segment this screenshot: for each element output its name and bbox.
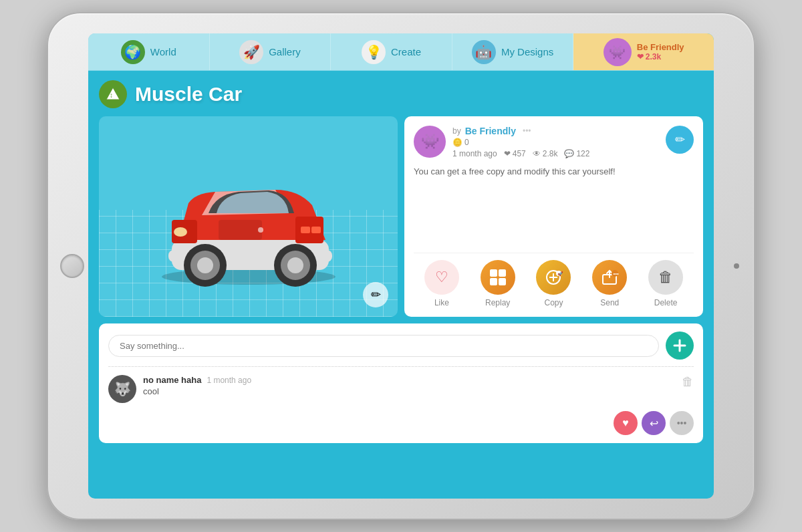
- author-coins: 🪙 0: [452, 138, 659, 147]
- ipad-frame: 🌍 World 🚀 Gallery 💡 Create 🤖 My Designs: [47, 12, 755, 520]
- coin-count: 0: [464, 138, 469, 147]
- comment-delete-button[interactable]: 🗑: [682, 375, 694, 389]
- home-button[interactable]: [60, 254, 84, 278]
- send-icon: •••: [592, 260, 627, 295]
- screen: 🌍 World 🚀 Gallery 💡 Create 🤖 My Designs: [88, 33, 714, 499]
- comment-time: 1 month ago: [207, 376, 251, 385]
- comment-author-name[interactable]: no name haha: [143, 375, 201, 385]
- likes-stat: ❤ 457: [504, 149, 526, 158]
- car-svg-area: [99, 123, 398, 317]
- svg-text:🚀: 🚀: [557, 271, 563, 277]
- send-action[interactable]: ••• Send: [592, 260, 627, 307]
- page-header-icon: ↕: [99, 80, 127, 108]
- nav-befriendly-likes: ❤ 2.3k: [637, 52, 684, 61]
- replay-icon: [481, 260, 515, 295]
- main-content: ↕ Muscle Car: [88, 71, 714, 499]
- coin-icon: 🪙: [452, 138, 462, 147]
- world-icon: 🌍: [121, 40, 145, 64]
- copy-action[interactable]: 🚀 Copy: [536, 260, 571, 307]
- comments-stat: 💬 122: [564, 149, 589, 158]
- svg-rect-4: [301, 227, 310, 233]
- like-action[interactable]: ♡ Like: [424, 260, 459, 307]
- edit-pencil-button[interactable]: ✏: [363, 282, 388, 307]
- delete-label: Delete: [654, 298, 678, 307]
- nav-mydesigns-label: My Designs: [501, 46, 553, 57]
- edit-button[interactable]: ✏: [666, 126, 694, 154]
- delete-action[interactable]: 🗑 Delete: [648, 260, 683, 307]
- info-panel: 👾 by Be Friendly ••• 🪙 0: [404, 116, 703, 317]
- comment-icon: 💬: [564, 149, 574, 158]
- copy-icon: 🚀: [536, 260, 571, 295]
- page-title: Muscle Car: [135, 83, 242, 106]
- eye-icon: 👁: [533, 149, 541, 158]
- action-buttons: ♡ Like: [414, 253, 694, 307]
- car-svg: [135, 146, 362, 293]
- comment-like-button[interactable]: ♥: [614, 411, 638, 435]
- like-icon: ♡: [424, 260, 459, 295]
- nav-world[interactable]: 🌍 World: [88, 33, 210, 70]
- author-row: 👾 by Be Friendly ••• 🪙 0: [414, 126, 694, 158]
- svg-rect-5: [311, 227, 321, 233]
- nav-mydesigns[interactable]: 🤖 My Designs: [452, 33, 574, 70]
- like-label: Like: [434, 298, 449, 307]
- camera: [734, 263, 739, 269]
- profile-icon: 👾: [604, 38, 632, 66]
- bottom-actions: ♥ ↩ •••: [108, 407, 694, 435]
- views-stat: 👁 2.8k: [533, 149, 558, 158]
- nav-world-label: World: [150, 46, 176, 57]
- comment-body: no name haha 1 month ago cool: [143, 375, 675, 396]
- comment-row: 🐺 no name haha 1 month ago cool 🗑: [108, 371, 694, 407]
- comment-reply-button[interactable]: ↩: [642, 411, 666, 435]
- nav-create[interactable]: 💡 Create: [331, 33, 452, 70]
- time-ago: 1 month ago: [452, 149, 497, 158]
- nav-gallery-label: Gallery: [269, 46, 301, 57]
- page-header: ↕ Muscle Car: [99, 80, 703, 108]
- replay-action[interactable]: Replay: [481, 260, 515, 307]
- svg-point-11: [197, 257, 213, 273]
- svg-text:•••: •••: [614, 271, 620, 277]
- svg-rect-16: [219, 220, 262, 240]
- comment-input-row: [108, 331, 694, 360]
- likes-count-val: 457: [513, 149, 526, 158]
- delete-icon: 🗑: [648, 260, 683, 295]
- author-avatar: 👾: [414, 126, 446, 158]
- car-preview: ✏: [99, 116, 398, 317]
- views-count: 2.8k: [543, 149, 558, 158]
- likes-count: 2.3k: [646, 52, 661, 61]
- comment-section: 🐺 no name haha 1 month ago cool 🗑 ♥ ↩: [99, 323, 703, 443]
- comments-count: 122: [576, 149, 589, 158]
- author-info: by Be Friendly ••• 🪙 0 1 month ago: [452, 126, 659, 158]
- comment-more-button[interactable]: •••: [670, 411, 694, 435]
- author-meta-top: by Be Friendly •••: [452, 126, 659, 136]
- comment-input[interactable]: [108, 335, 659, 357]
- svg-text:↕: ↕: [110, 92, 113, 99]
- copy-label: Copy: [544, 298, 563, 307]
- comment-author-line: no name haha 1 month ago: [143, 375, 675, 385]
- send-label: Send: [600, 298, 619, 307]
- nav-befriendly[interactable]: 👾 Be Friendly ❤ 2.3k: [573, 33, 714, 70]
- by-label: by: [452, 126, 461, 136]
- nav-bar: 🌍 World 🚀 Gallery 💡 Create 🤖 My Designs: [88, 33, 714, 71]
- comment-submit-button[interactable]: [666, 331, 694, 360]
- nav-befriendly-info: Be Friendly ❤ 2.3k: [637, 42, 684, 61]
- svg-rect-19: [499, 269, 506, 277]
- nav-gallery[interactable]: 🚀 Gallery: [210, 33, 331, 70]
- comment-text: cool: [143, 386, 675, 396]
- comment-avatar: 🐺: [108, 375, 136, 403]
- nav-befriendly-label: Be Friendly: [637, 42, 684, 52]
- dots-menu-author[interactable]: •••: [523, 126, 531, 136]
- description: You can get a free copy and modify this …: [414, 165, 694, 253]
- author-name[interactable]: Be Friendly: [465, 126, 516, 136]
- heart-icon: ❤: [504, 149, 511, 158]
- svg-point-15: [174, 227, 187, 237]
- replay-label: Replay: [485, 298, 510, 307]
- content-grid: ✏ 👾 by Be Friendly •••: [99, 116, 703, 317]
- svg-rect-18: [490, 269, 497, 277]
- comment-divider: [108, 366, 694, 367]
- gallery-icon: 🚀: [239, 40, 263, 64]
- svg-rect-21: [499, 278, 506, 285]
- svg-rect-20: [490, 278, 497, 285]
- create-icon: 💡: [362, 40, 386, 64]
- svg-point-17: [258, 227, 263, 233]
- author-stats: 1 month ago ❤ 457 👁 2.8k: [452, 149, 659, 158]
